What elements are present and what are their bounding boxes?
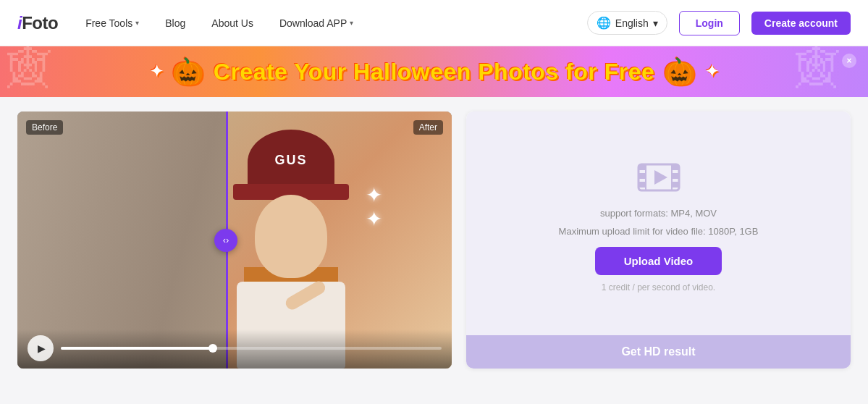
banner-close-button[interactable]: × bbox=[842, 54, 856, 68]
svg-rect-5 bbox=[672, 173, 679, 179]
nav-free-tools[interactable]: Free Tools ▾ bbox=[75, 12, 149, 35]
language-selector[interactable]: 🌐 English ▾ bbox=[587, 11, 667, 35]
navbar: iFoto Free Tools ▾ Blog About Us Downloa… bbox=[0, 0, 868, 46]
brand-logo[interactable]: iFoto bbox=[17, 13, 58, 33]
after-label: After bbox=[413, 120, 443, 135]
logo-foto: Foto bbox=[22, 13, 58, 33]
svg-rect-6 bbox=[672, 182, 679, 188]
sparkle-left-icon: ✦ bbox=[150, 62, 164, 81]
pumpkin-left-icon: 🎃 bbox=[172, 56, 205, 87]
chevron-down-icon-2: ▾ bbox=[350, 19, 353, 27]
create-account-button[interactable]: Create account bbox=[751, 12, 851, 35]
nav-blog[interactable]: Blog bbox=[155, 12, 195, 35]
language-label: English bbox=[615, 17, 649, 29]
svg-rect-2 bbox=[639, 173, 646, 179]
lang-chevron-icon: ▾ bbox=[653, 17, 658, 29]
progress-bar[interactable] bbox=[61, 347, 442, 350]
film-icon bbox=[636, 154, 682, 201]
play-icon: ▶ bbox=[38, 342, 46, 354]
progress-fill bbox=[61, 347, 213, 350]
video-controls: ▶ bbox=[17, 329, 452, 369]
face-shape bbox=[255, 195, 327, 278]
pumpkin-right-icon: 🎃 bbox=[663, 56, 696, 87]
main-content: GUS Before After ✦✦ ‹› ▶ bbox=[0, 97, 868, 383]
play-button[interactable]: ▶ bbox=[28, 335, 54, 361]
sparkle-right-icon: ✦ bbox=[705, 62, 719, 81]
upload-area: support formats: MP4, MOV Maximum upload… bbox=[466, 111, 851, 335]
banner-headline: Create Your Halloween Photos for Free bbox=[214, 59, 654, 85]
upload-formats: support formats: MP4, MOV bbox=[600, 208, 717, 219]
chevron-down-icon: ▾ bbox=[135, 19, 139, 27]
upload-video-button[interactable]: Upload Video bbox=[595, 247, 722, 275]
web-decoration-right: 🕸 bbox=[796, 46, 839, 90]
credit-info: 1 credit / per second of video. bbox=[602, 282, 715, 293]
get-hd-result-button[interactable]: Get HD result bbox=[466, 335, 851, 369]
svg-rect-1 bbox=[639, 164, 646, 170]
upload-limit: Maximum upload limit for video file: 108… bbox=[559, 226, 759, 237]
nav-blog-label: Blog bbox=[165, 17, 185, 29]
banner-text: ✦ 🎃 Create Your Halloween Photos for Fre… bbox=[150, 56, 718, 87]
svg-marker-9 bbox=[654, 170, 667, 185]
upload-panel: support formats: MP4, MOV Maximum upload… bbox=[466, 111, 851, 369]
nav-about-us-label: About Us bbox=[211, 17, 253, 29]
split-handle[interactable]: ‹› bbox=[214, 229, 237, 252]
halloween-banner: 🕸 🕸 ✦ 🎃 Create Your Halloween Photos for… bbox=[0, 46, 868, 97]
login-button[interactable]: Login bbox=[679, 11, 740, 35]
before-label: Before bbox=[26, 120, 63, 135]
progress-dot bbox=[208, 344, 217, 353]
nav-download-app-label: Download APP bbox=[279, 17, 347, 29]
globe-icon: 🌐 bbox=[597, 16, 611, 30]
web-decoration-left: 🕸 bbox=[7, 46, 51, 90]
arrows-lr-icon: ‹› bbox=[223, 235, 229, 245]
video-panel: GUS Before After ✦✦ ‹› ▶ bbox=[17, 111, 452, 369]
nav-download-app[interactable]: Download APP ▾ bbox=[269, 12, 363, 35]
svg-rect-4 bbox=[672, 164, 679, 170]
sparkle-star-icon: ✦✦ bbox=[366, 183, 382, 231]
nav-free-tools-label: Free Tools bbox=[85, 17, 132, 29]
svg-rect-3 bbox=[639, 182, 646, 188]
hat-text: GUS bbox=[274, 153, 307, 168]
nav-about-us[interactable]: About Us bbox=[201, 12, 264, 35]
